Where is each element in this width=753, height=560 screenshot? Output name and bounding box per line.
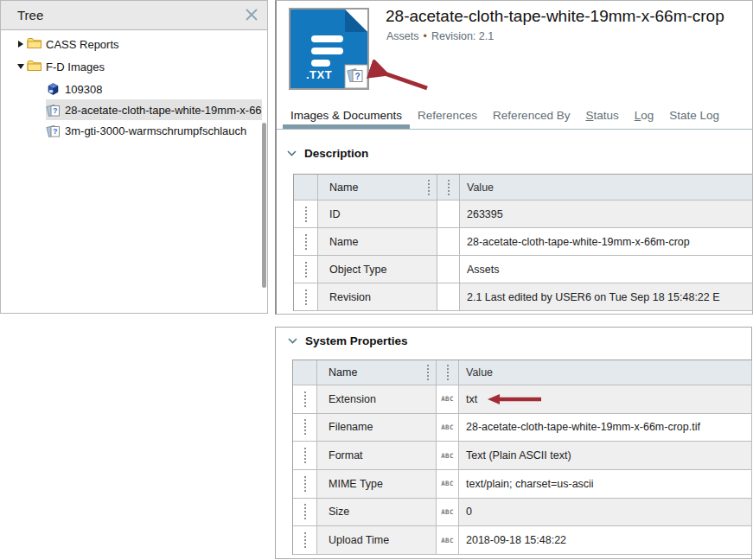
unknown-image-doc-icon: ? (46, 103, 61, 117)
property-type-cell: ABC (437, 470, 459, 499)
string-type-icon: ABC (441, 508, 453, 516)
tab-images-documents[interactable]: Images & Documents (283, 102, 410, 129)
description-section-title: Description (304, 147, 368, 160)
page-title: 28-acetate-cloth-tape-white-19mm-x-66m-c… (386, 7, 724, 26)
row-handle[interactable] (294, 283, 318, 311)
row-handle[interactable] (293, 442, 317, 470)
row-menu-icon[interactable] (304, 289, 308, 306)
property-type-cell: ABC (437, 414, 459, 442)
property-value-text: 28-acetate-cloth-tape-white-19mm-x-66m-c… (467, 236, 690, 248)
property-value-extension: txt (459, 385, 752, 414)
row-handle[interactable] (294, 256, 318, 283)
row-menu-icon[interactable] (303, 418, 307, 436)
type-column-header (437, 175, 460, 200)
property-name-format: Format (317, 442, 437, 470)
row-handle[interactable] (293, 414, 317, 442)
tree-item-label: 109308 (65, 83, 102, 96)
tree-item-28-acetate-cloth-tape-white-19mm-x-66m-c[interactable]: ?28-acetate-cloth-tape-white-19mm-x-66m-… (46, 99, 262, 120)
property-type-cell: ABC (437, 499, 459, 527)
table-corner-cell (294, 175, 318, 200)
system-properties-table: NameValueExtensionABCtxtFilenameABC28-ac… (292, 360, 752, 555)
unknown-image-doc-icon: ? (46, 124, 61, 137)
tree-item-list: CASS ReportsF-D Images109308?28-acetate-… (1, 30, 267, 313)
property-value-text: Text (Plain ASCII text) (466, 449, 571, 461)
row-menu-icon[interactable] (303, 475, 307, 493)
meta-separator: • (424, 30, 427, 42)
system-properties-section-title: System Properties (305, 334, 408, 347)
description-table: NameValueID263395Name28-acetate-cloth-ta… (293, 174, 753, 311)
tree-item-label: 28-acetate-cloth-tape-white-19mm-x-66m-c… (65, 104, 262, 117)
property-name-upload-time: Upload Time (317, 526, 437, 555)
property-name-object-type: Object Type (318, 256, 437, 283)
object-type-label: Assets (386, 30, 419, 42)
column-menu-icon[interactable] (446, 364, 450, 381)
tree-item-3m-gti-3000-warmschrumpfschlauch[interactable]: ?3m-gti-3000-warmschrumpfschlauch (46, 120, 262, 141)
expand-arrow-icon[interactable] (15, 41, 27, 48)
row-menu-icon[interactable] (303, 531, 307, 549)
property-value-text: Assets (467, 264, 500, 276)
system-properties-panel: System Properties NameValueExtensionABCt… (275, 327, 752, 559)
property-value-object-type: Assets (460, 256, 753, 283)
property-value-text: text/plain; charset=us-ascii (466, 478, 594, 490)
tree-item-label: 3m-gti-3000-warmschrumpfschlauch (65, 124, 246, 137)
description-section-header: Description (287, 147, 368, 160)
property-type-cell (437, 256, 460, 283)
row-menu-icon[interactable] (303, 503, 307, 520)
property-type-cell (437, 200, 460, 228)
row-handle[interactable] (294, 200, 318, 228)
txt-extension-label: .TXT (306, 68, 332, 81)
property-type-cell: ABC (437, 442, 459, 470)
folder-icon (27, 60, 42, 72)
row-menu-icon[interactable] (303, 391, 307, 408)
tree-item-109308[interactable]: 109308 (46, 79, 262, 99)
column-menu-icon[interactable] (447, 179, 450, 196)
collapse-chevron-icon[interactable] (288, 338, 297, 344)
row-handle[interactable] (293, 526, 317, 555)
tab-referenced-by[interactable]: Referenced By (485, 102, 578, 129)
tree-panel-title: Tree (17, 8, 43, 22)
row-menu-icon[interactable] (304, 261, 308, 278)
collapse-arrow-icon[interactable] (15, 64, 27, 69)
annotation-arrow-icon (367, 60, 432, 92)
row-menu-icon[interactable] (304, 206, 308, 223)
row-handle[interactable] (293, 470, 317, 499)
property-value-revision: 2.1 Last edited by USER6 on Tue Sep 18 1… (460, 283, 753, 311)
tab-log[interactable]: Log (627, 102, 662, 129)
type-column-header (437, 360, 459, 385)
property-name-id: ID (318, 200, 437, 228)
property-value-name: 28-acetate-cloth-tape-white-19mm-x-66m-c… (460, 228, 753, 256)
property-value-text: 2.1 Last edited by USER6 on Tue Sep 18 1… (467, 291, 720, 303)
tab-state-log[interactable]: State Log (661, 102, 727, 129)
tree-panel: Tree CASS ReportsF-D Images109308?28-ace… (0, 0, 268, 314)
property-value-text: txt (466, 393, 477, 405)
tree-scrollbar[interactable] (262, 123, 266, 288)
property-type-cell (437, 228, 460, 256)
row-menu-icon[interactable] (304, 233, 308, 251)
row-handle[interactable] (293, 385, 317, 414)
string-type-icon: ABC (441, 537, 453, 544)
column-header-name-label: Name (329, 181, 358, 194)
asset-meta: Assets•Revision: 2.1 (386, 30, 494, 42)
tree-item-cass-reports[interactable]: CASS Reports (15, 34, 262, 54)
property-name-filename: Filename (317, 414, 437, 442)
tab-status[interactable]: Status (578, 102, 626, 129)
folder-icon (27, 37, 42, 49)
column-header-name: Name (318, 175, 437, 200)
row-menu-icon[interactable] (303, 447, 307, 464)
row-handle[interactable] (294, 228, 318, 256)
tree-item-f-d-images[interactable]: F-D Images (15, 56, 262, 77)
close-icon[interactable] (245, 8, 258, 22)
column-menu-icon[interactable] (427, 179, 431, 196)
tree-item-label: CASS Reports (46, 38, 119, 51)
revision-label: Revision: 2.1 (431, 30, 494, 42)
collapse-chevron-icon[interactable] (287, 150, 297, 156)
item-cube-icon (46, 82, 61, 96)
tab-references[interactable]: References (410, 102, 485, 129)
tree-panel-titlebar: Tree (1, 1, 267, 30)
property-value-text: 2018-09-18 15:48:22 (466, 534, 566, 546)
row-handle[interactable] (293, 499, 317, 527)
tree-item-label: F-D Images (46, 60, 105, 73)
property-value-text: 263395 (467, 208, 503, 220)
column-menu-icon[interactable] (426, 364, 430, 381)
table-corner-cell (293, 360, 317, 385)
